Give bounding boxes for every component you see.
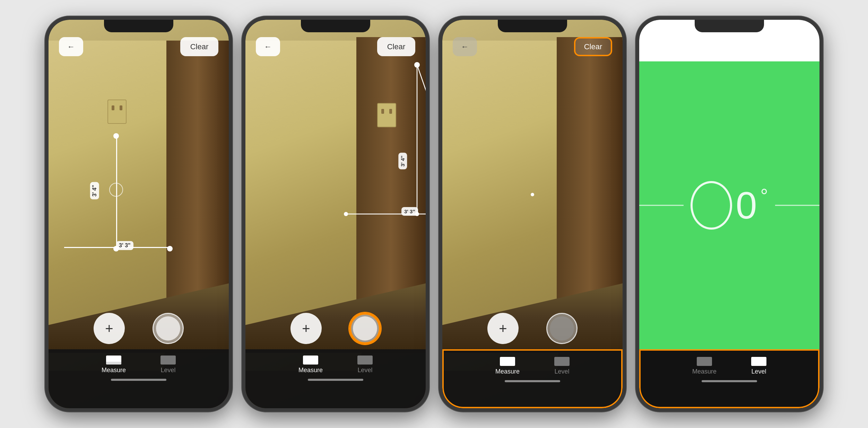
level-display: 0 ° (691, 181, 768, 230)
notch-2 (301, 20, 370, 32)
clear-button-3[interactable]: Clear (574, 37, 612, 56)
capture-button-1[interactable] (153, 313, 184, 344)
phone-2: 3' 4" 3' 8" 3' 3" ← Clear + Mea (242, 16, 429, 412)
tab-measure-3[interactable]: Measure (495, 357, 520, 375)
level-line-right (775, 205, 819, 206)
phone-1: 3' 4" 3' 3" ← Clear + (45, 16, 232, 412)
back-button-1[interactable]: ← (59, 37, 83, 56)
home-indicator-1 (111, 379, 166, 381)
add-button-2[interactable]: + (290, 313, 322, 344)
tab-level-4[interactable]: Level (751, 357, 766, 375)
tab-level-1[interactable]: Level (160, 356, 176, 374)
home-indicator-3 (505, 380, 560, 382)
top-bar-2: ← Clear (245, 37, 426, 56)
home-indicator-4 (702, 380, 757, 382)
measure-label-2c: 3' 3" (401, 207, 418, 216)
tab-measure-4[interactable]: Measure (692, 357, 717, 375)
tab-measure-label-1: Measure (102, 367, 126, 374)
tab-measure-label-3: Measure (495, 368, 520, 375)
tab-level-label-1: Level (161, 367, 176, 374)
measure-label-1b: 3' 3" (116, 241, 133, 250)
home-indicator-2 (308, 379, 363, 381)
level-line-left (639, 205, 684, 206)
tab-measure-1[interactable]: Measure (102, 356, 126, 374)
controls-1: + (49, 313, 229, 344)
endpoint-bottom-right (167, 246, 173, 251)
tab-level-3[interactable]: Level (554, 357, 570, 375)
clear-button-1[interactable]: Clear (180, 37, 218, 56)
crosshair-1 (109, 183, 123, 197)
level-circle (691, 181, 732, 230)
bottom-bar-1: Measure Level (49, 349, 229, 408)
add-button-1[interactable]: + (94, 313, 125, 344)
capture-button-3[interactable] (546, 313, 578, 344)
bottom-bar-2: Measure Level (245, 349, 426, 408)
level-degree: 0 (736, 186, 757, 224)
level-degree-symbol: ° (761, 185, 768, 207)
back-button-3[interactable]: ← (453, 37, 477, 56)
tab-measure-2[interactable]: Measure (298, 356, 323, 374)
phone-4: 0 ° Measure Level (636, 16, 823, 412)
bottom-bar-4: Measure Level (639, 349, 819, 408)
clear-button-2[interactable]: Clear (377, 37, 415, 56)
tab-level-label-3: Level (555, 368, 570, 375)
measure-label-2a: 3' 4" (398, 153, 407, 170)
controls-3: + (442, 313, 623, 344)
bottom-bar-3: Measure Level (442, 349, 623, 408)
tab-measure-label-2: Measure (298, 367, 323, 374)
endpoint-top (113, 133, 119, 139)
level-screen-4: 0 ° (639, 61, 819, 349)
measure-label-1a: 3' 4" (90, 182, 99, 199)
notch-1 (104, 20, 173, 32)
add-button-3[interactable]: + (487, 313, 519, 344)
tab-level-label-2: Level (358, 367, 373, 374)
top-bar-3: ← Clear (442, 37, 623, 56)
notch-3 (498, 20, 567, 32)
tab-level-2[interactable]: Level (357, 356, 373, 374)
controls-2: + (245, 313, 426, 344)
top-bar-1: ← Clear (49, 37, 229, 56)
capture-button-2[interactable] (349, 313, 381, 344)
notch-4 (695, 20, 764, 32)
tab-level-label-4: Level (752, 368, 766, 375)
back-button-2[interactable]: ← (256, 37, 280, 56)
tab-measure-label-4: Measure (692, 368, 717, 375)
phone-3: ← Clear + Measure L (439, 16, 626, 412)
center-dot-3 (531, 193, 534, 196)
